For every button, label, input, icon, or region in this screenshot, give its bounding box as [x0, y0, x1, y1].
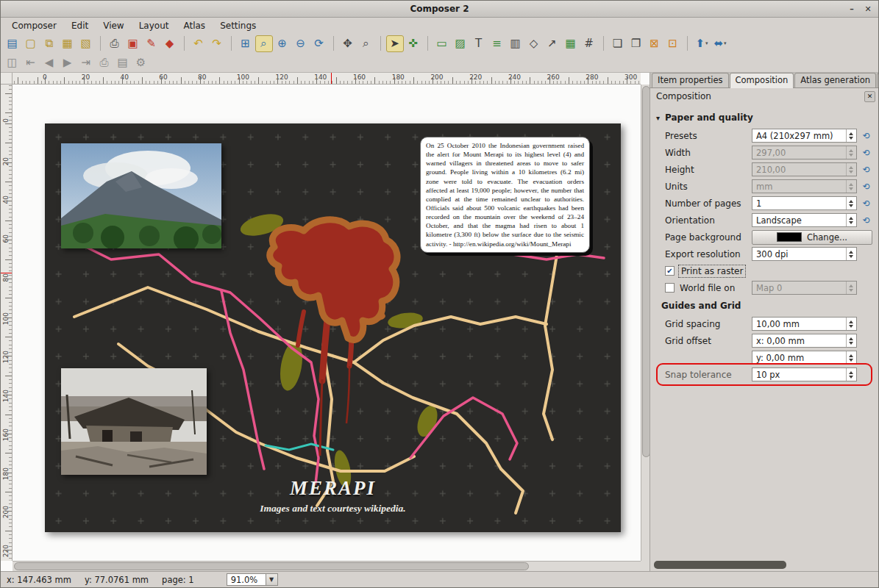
menu-settings[interactable]: Settings [213, 19, 263, 32]
presets-combo[interactable]: A4 (210x297 mm) [752, 129, 857, 143]
refresh-view-icon[interactable]: ⟳ [310, 35, 328, 52]
spinner-arrows-icon[interactable] [846, 163, 855, 176]
spinner-arrows-icon[interactable] [846, 318, 855, 330]
titlebar[interactable]: Composer 2 – ✕ [1, 1, 878, 18]
atlas-preview-icon[interactable]: ◫ [4, 54, 21, 71]
units-combo[interactable]: mm [752, 179, 857, 193]
atlas-next-feature-icon[interactable]: ▶ [59, 54, 76, 71]
orientation-combo[interactable]: Landscape [752, 213, 857, 227]
guides-grid-section-header[interactable]: Guides and Grid [656, 301, 872, 311]
unlock-items-icon[interactable]: ⊡ [664, 35, 682, 52]
select-move-item-icon[interactable]: ➤ [386, 35, 404, 52]
ungroup-items-icon[interactable]: ❐ [627, 35, 645, 52]
zoom-combo[interactable]: 91.0% ▼ [227, 573, 278, 586]
export-pdf-icon[interactable]: ◆ [161, 35, 179, 52]
menu-view[interactable]: View [96, 19, 130, 32]
spinner-arrows-icon[interactable] [846, 214, 855, 226]
horizontal-ruler[interactable]: 0204060801001201401601802002202402602803… [13, 73, 641, 85]
menu-composer[interactable]: Composer [5, 19, 63, 32]
scrollbar-thumb[interactable] [14, 562, 529, 570]
add-label-icon[interactable]: T [470, 35, 488, 52]
spinner-arrows-icon[interactable] [846, 180, 855, 193]
atlas-previous-feature-icon[interactable]: ◀ [40, 54, 58, 71]
spinner-arrows-icon[interactable] [846, 282, 855, 294]
page-background-change-button[interactable]: Change... [752, 230, 872, 245]
zoom-dropdown-icon[interactable]: ▼ [266, 573, 278, 586]
save-project-icon[interactable]: ▤ [4, 35, 21, 52]
print-icon[interactable]: ⎙ [106, 35, 124, 52]
raise-items-dropdown[interactable]: ⬆▾ [693, 35, 711, 52]
grid-offset-y-spinbox[interactable]: y: 0,00 mm [752, 351, 857, 365]
align-items-dropdown[interactable]: ⬌▾ [711, 35, 729, 52]
move-item-content-icon[interactable]: ✜ [405, 35, 422, 52]
tab-item-properties[interactable]: Item properties [652, 73, 729, 87]
spinner-arrows-icon[interactable] [846, 334, 855, 347]
destroyed-house-photo-item[interactable] [61, 368, 207, 475]
number-of-pages-spinbox[interactable]: 1 [752, 196, 857, 210]
poster-subtitle-item[interactable]: Images and text courtesy wikipedia. [45, 503, 621, 514]
spinner-arrows-icon[interactable] [846, 146, 855, 159]
spinner-arrows-icon[interactable] [846, 368, 855, 381]
info-text-item[interactable]: On 25 October 2010 the Indonesian govern… [420, 137, 590, 253]
export-image-icon[interactable]: ▣ [124, 35, 142, 52]
new-composition-icon[interactable]: ▢ [22, 35, 40, 52]
duplicate-composition-icon[interactable]: ⧉ [40, 35, 58, 52]
grid-spacing-spinbox[interactable]: 10,00 mm [752, 317, 857, 331]
undo-icon[interactable]: ↶ [190, 35, 207, 52]
override-icon[interactable]: ⟲ [860, 165, 872, 175]
zoom-value[interactable]: 91.0% [227, 573, 266, 586]
override-icon[interactable]: ⟲ [860, 131, 872, 141]
menu-atlas[interactable]: Atlas [177, 19, 212, 32]
panel-horizontal-scrollbar[interactable] [652, 561, 866, 569]
snap-tolerance-spinbox[interactable]: 10 px [752, 368, 857, 381]
grid-offset-x-spinbox[interactable]: x: 0,00 mm [752, 334, 857, 348]
zoom-out-icon[interactable]: ⊖ [292, 35, 310, 52]
minimize-button[interactable]: – [846, 3, 858, 15]
menu-layout[interactable]: Layout [132, 19, 176, 32]
width-spinbox[interactable]: 297,00 [752, 146, 857, 159]
zoom-full-icon[interactable]: ⊞ [237, 35, 255, 52]
atlas-settings-icon[interactable]: ⚙ [132, 54, 150, 71]
scrollbar-thumb[interactable] [654, 561, 786, 569]
paper-quality-section-header[interactable]: ▾ Paper and quality [656, 112, 872, 123]
lock-items-icon[interactable]: ⊠ [646, 35, 663, 52]
add-html-icon[interactable]: # [580, 35, 598, 52]
atlas-first-feature-icon[interactable]: ⇤ [22, 54, 40, 71]
add-scalebar-icon[interactable]: ▥ [507, 35, 524, 52]
height-spinbox[interactable]: 210,00 [752, 162, 857, 176]
export-svg-icon[interactable]: ✎ [143, 35, 160, 52]
poster-title-item[interactable]: MERAPI [45, 477, 621, 500]
vertical-ruler[interactable]: 020406080100120140160180200220 [1, 85, 13, 561]
spinner-arrows-icon[interactable] [846, 197, 855, 209]
override-icon[interactable]: ⟲ [860, 182, 872, 192]
add-shape-icon[interactable]: ◇ [525, 35, 543, 52]
volcano-photo-item[interactable] [61, 143, 221, 248]
override-icon[interactable]: ⟲ [860, 148, 872, 158]
export-resolution-spinbox[interactable]: 300 dpi [752, 247, 857, 261]
atlas-print-icon[interactable]: ⎙ [96, 54, 113, 71]
composition-page[interactable]: On 25 October 2010 the Indonesian govern… [45, 123, 621, 532]
close-button[interactable]: ✕ [862, 3, 874, 15]
group-items-icon[interactable]: ❏ [609, 35, 627, 52]
spinner-arrows-icon[interactable] [846, 248, 855, 260]
panel-close-icon[interactable]: ✕ [864, 91, 875, 102]
atlas-export-icon[interactable]: ▤ [114, 54, 132, 71]
add-table-icon[interactable]: ▦ [562, 35, 580, 52]
atlas-last-feature-icon[interactable]: ⇥ [77, 54, 95, 71]
redo-icon[interactable]: ↷ [208, 35, 226, 52]
menu-edit[interactable]: Edit [65, 19, 95, 32]
override-icon[interactable]: ⟲ [860, 198, 872, 209]
add-image-icon[interactable]: ▨ [452, 35, 469, 52]
spinner-arrows-icon[interactable] [846, 351, 855, 364]
spinner-arrows-icon[interactable] [846, 129, 855, 142]
load-from-template-icon[interactable]: ▧ [77, 35, 95, 52]
zoom-actual-icon[interactable]: ⌕ [255, 35, 273, 52]
composer-manager-icon[interactable]: ▦ [59, 35, 76, 52]
world-file-checkbox[interactable] [665, 283, 675, 293]
world-file-map-combo[interactable]: Map 0 [752, 281, 857, 295]
tab-atlas-generation[interactable]: Atlas generation [794, 73, 876, 87]
composition-canvas[interactable]: On 25 October 2010 the Indonesian govern… [13, 85, 641, 561]
pan-tool-icon[interactable]: ✥ [339, 35, 357, 52]
override-icon[interactable]: ⟲ [860, 215, 872, 226]
add-legend-icon[interactable]: ≡ [488, 35, 506, 52]
